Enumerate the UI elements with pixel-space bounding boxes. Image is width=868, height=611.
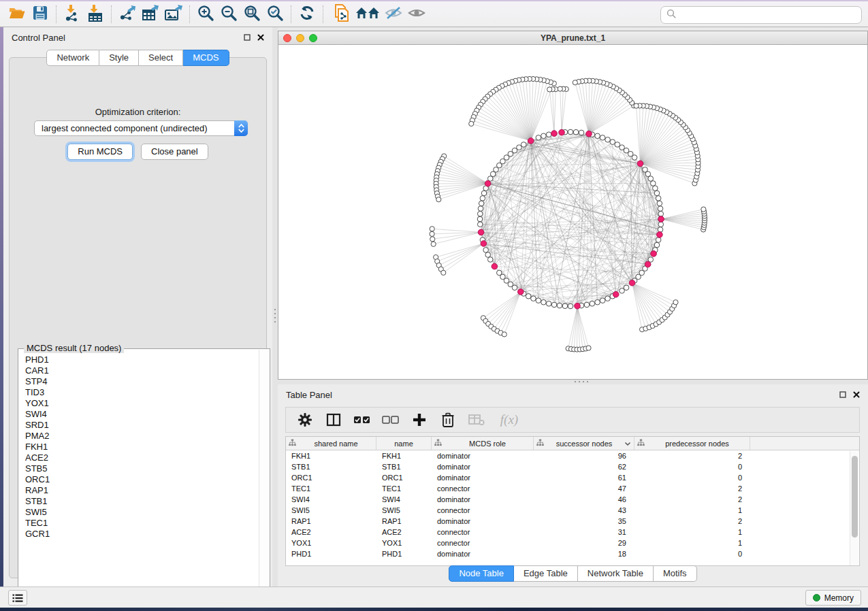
ring-node[interactable]	[479, 201, 484, 206]
import-table-button[interactable]	[84, 3, 107, 25]
table-row[interactable]: TEC1TEC1connector472	[286, 483, 859, 494]
deselect-all-icon[interactable]	[381, 410, 400, 429]
float-panel-icon[interactable]	[244, 31, 251, 44]
column-header-shared-name[interactable]: shared name	[286, 437, 376, 450]
table-settings-gear-icon[interactable]	[295, 410, 315, 429]
ring-node[interactable]	[531, 296, 536, 301]
mcds-hub-node[interactable]	[586, 131, 592, 137]
ring-node[interactable]	[477, 216, 483, 222]
mcds-hub-node[interactable]	[613, 291, 619, 297]
clone-network-button[interactable]	[327, 3, 353, 25]
mcds-result-item[interactable]: FKH1	[25, 442, 259, 452]
ring-node[interactable]	[557, 303, 562, 308]
ring-node[interactable]	[487, 257, 493, 263]
ring-node[interactable]	[483, 248, 489, 253]
zoom-fit-button[interactable]	[240, 3, 263, 25]
ring-node[interactable]	[551, 302, 557, 308]
save-session-button[interactable]	[29, 3, 52, 25]
mcds-result-item[interactable]: TID3	[25, 387, 259, 398]
tab-motifs[interactable]: Motifs	[654, 565, 697, 582]
table-row[interactable]: SWI5SWI5connector431	[286, 505, 859, 516]
ring-node[interactable]	[657, 201, 662, 206]
ring-node[interactable]	[478, 206, 483, 212]
leaf-node[interactable]	[701, 207, 706, 212]
leaf-node[interactable]	[441, 270, 446, 275]
ring-node[interactable]	[573, 129, 579, 135]
leaf-node[interactable]	[558, 86, 562, 91]
export-image-button[interactable]	[162, 3, 185, 25]
tab-edge-table[interactable]: Edge Table	[514, 565, 578, 582]
leaf-node[interactable]	[431, 242, 436, 246]
ring-node[interactable]	[654, 191, 660, 196]
ring-node[interactable]	[605, 137, 611, 142]
leaf-node[interactable]	[573, 80, 577, 85]
ring-node[interactable]	[541, 299, 547, 305]
ring-node[interactable]	[595, 133, 600, 139]
leaf-node[interactable]	[430, 227, 434, 231]
ring-node[interactable]	[481, 191, 487, 196]
ring-node[interactable]	[477, 211, 483, 216]
table-row[interactable]: PHD1PHD1dominator180	[286, 548, 859, 559]
hide-selected-button[interactable]	[382, 3, 405, 25]
ring-node[interactable]	[600, 298, 605, 303]
leaf-node[interactable]	[586, 346, 591, 350]
vertical-splitter[interactable]	[272, 27, 278, 587]
ring-node[interactable]	[584, 302, 590, 308]
ring-node[interactable]	[656, 196, 661, 201]
table-scrollbar[interactable]	[850, 451, 858, 565]
ring-node[interactable]	[521, 142, 526, 148]
mcds-hub-node[interactable]	[478, 229, 484, 235]
mcds-result-item[interactable]: STB1	[25, 496, 259, 507]
ring-node[interactable]	[658, 211, 664, 216]
table-row[interactable]: STB1STB1dominator620	[286, 461, 859, 472]
horizontal-splitter[interactable]	[278, 380, 868, 384]
leaf-node[interactable]	[547, 87, 552, 92]
ring-node[interactable]	[590, 301, 595, 306]
network-canvas[interactable]	[278, 45, 867, 379]
ring-node[interactable]	[658, 222, 664, 227]
leaf-node[interactable]	[673, 300, 678, 305]
ring-node[interactable]	[653, 186, 658, 191]
scrollbar-thumb[interactable]	[852, 456, 858, 538]
float-panel-icon[interactable]	[839, 389, 846, 401]
show-columns-icon[interactable]	[324, 410, 343, 429]
ring-node[interactable]	[512, 285, 517, 291]
open-session-button[interactable]	[5, 3, 29, 25]
tab-network[interactable]: Network	[46, 50, 99, 66]
mcds-result-item[interactable]: STB5	[25, 463, 259, 474]
tab-mcds[interactable]: MCDS	[183, 50, 229, 66]
tab-style[interactable]: Style	[99, 50, 139, 66]
column-header-name[interactable]: name	[376, 437, 432, 450]
ring-node[interactable]	[615, 142, 620, 148]
close-panel-button[interactable]: Close panel	[141, 144, 208, 160]
leaf-node[interactable]	[502, 332, 507, 337]
mcds-hub-node[interactable]	[485, 180, 491, 186]
ring-node[interactable]	[600, 135, 605, 141]
ring-node[interactable]	[658, 227, 663, 233]
mcds-result-item[interactable]: SWI4	[25, 409, 259, 420]
ring-node[interactable]	[546, 301, 551, 306]
ring-node[interactable]	[658, 206, 663, 212]
mcds-result-item[interactable]: TEC1	[25, 518, 259, 529]
ring-node[interactable]	[485, 252, 491, 258]
mcds-result-item[interactable]: CAR1	[25, 365, 259, 376]
tab-network-table[interactable]: Network Table	[578, 565, 654, 582]
close-panel-icon[interactable]	[853, 389, 860, 401]
ring-node[interactable]	[595, 299, 600, 305]
tab-node-table[interactable]: Node Table	[449, 565, 514, 582]
leaf-node[interactable]	[430, 231, 434, 236]
ring-node[interactable]	[477, 222, 483, 227]
mcds-result-item[interactable]: STP4	[25, 376, 259, 387]
first-neighbors-button[interactable]	[353, 3, 382, 25]
ring-node[interactable]	[562, 303, 568, 309]
ring-node[interactable]	[536, 135, 541, 141]
mcds-result-list[interactable]: PHD1CAR1STP4TID3YOX1SWI4SRD1PMA2FKH1ACE2…	[19, 353, 259, 597]
select-all-icon[interactable]	[353, 410, 372, 429]
mcds-result-item[interactable]: SWI5	[25, 507, 259, 518]
mcds-result-item[interactable]: YOX1	[25, 398, 259, 409]
ring-node[interactable]	[650, 181, 656, 186]
table-row[interactable]: RAP1RAP1dominator352	[286, 516, 859, 527]
search-box[interactable]	[660, 6, 862, 24]
mcds-hub-node[interactable]	[492, 263, 498, 269]
mcds-hub-node[interactable]	[517, 289, 524, 295]
